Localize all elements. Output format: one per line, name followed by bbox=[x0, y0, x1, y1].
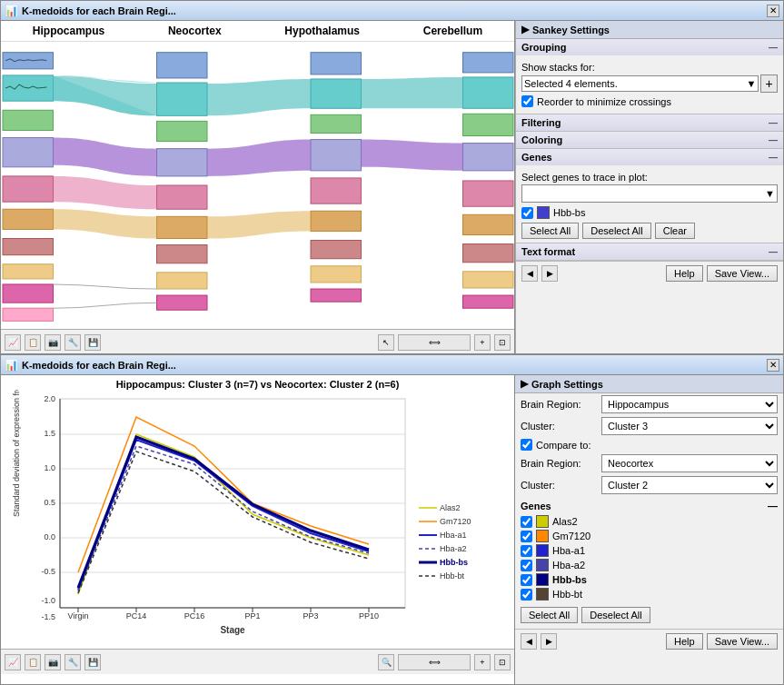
chart-toolbar-copy[interactable]: 📷 bbox=[45, 654, 61, 670]
graph-settings-title: ▶ Graph Settings bbox=[515, 375, 783, 393]
toolbar-icon-table[interactable]: 📋 bbox=[25, 334, 41, 351]
svg-rect-12 bbox=[157, 121, 207, 141]
add-stacks-button[interactable]: + bbox=[760, 74, 778, 93]
svg-rect-23 bbox=[311, 178, 361, 204]
gene-check-alas2[interactable] bbox=[521, 516, 532, 528]
graph-help-button[interactable]: Help bbox=[666, 633, 703, 650]
toolbar-icon-fit[interactable]: ⊡ bbox=[494, 334, 511, 351]
chart-zoom-in[interactable]: 🔍 bbox=[378, 654, 394, 670]
save-view-button[interactable]: Save View... bbox=[707, 265, 778, 282]
genes-search-input[interactable]: ▼ bbox=[521, 184, 778, 203]
bottom-window-icon: 📊 bbox=[5, 359, 18, 372]
sankey-header-cerebellum: Cerebellum bbox=[423, 25, 482, 37]
deselect-all-bottom-button[interactable]: Deselect All bbox=[581, 607, 650, 623]
svg-text:Gm7120: Gm7120 bbox=[440, 517, 471, 526]
bottom-window-close[interactable]: ✕ bbox=[767, 359, 779, 372]
compare-to-checkbox[interactable] bbox=[521, 439, 532, 451]
gene-check-gm7120[interactable] bbox=[521, 531, 532, 542]
filtering-collapse: — bbox=[769, 118, 778, 128]
svg-rect-2 bbox=[3, 110, 53, 130]
gene-row-hbb-bs: Hbb-bs bbox=[521, 572, 778, 587]
toolbar-icon-settings2[interactable]: 🔧 bbox=[65, 334, 81, 351]
grouping-collapse: — bbox=[769, 43, 778, 53]
svg-rect-7 bbox=[3, 264, 53, 279]
toolbar-icon-chart[interactable]: 📈 bbox=[5, 334, 21, 351]
gene-color-gm7120 bbox=[536, 530, 549, 542]
brain-region-select[interactable]: Hippocampus Neocortex Hypothalamus Cereb… bbox=[601, 395, 778, 413]
svg-rect-10 bbox=[157, 53, 207, 78]
chart-toolbar-export[interactable]: 💾 bbox=[84, 654, 101, 670]
chart-zoom-slider[interactable]: ⟺ bbox=[398, 654, 471, 670]
genes-collapse: — bbox=[769, 153, 778, 163]
chart-fit[interactable]: ⊡ bbox=[494, 654, 511, 670]
gene-row-hba-a1: Hba-a1 bbox=[521, 543, 778, 558]
chart-zoom-plus[interactable]: + bbox=[474, 654, 491, 670]
gene-name-hba-a1: Hba-a1 bbox=[552, 545, 585, 556]
hbb-bs-name: Hbb-bs bbox=[553, 207, 585, 218]
brain-region2-select[interactable]: Neocortex Hippocampus Hypothalamus Cereb… bbox=[601, 454, 778, 472]
text-format-label: Text format bbox=[521, 246, 575, 257]
brain-region2-label: Brain Region: bbox=[521, 458, 598, 469]
stacks-dropdown[interactable]: Selected 4 elements. ▼ bbox=[521, 75, 759, 92]
svg-rect-24 bbox=[311, 211, 361, 231]
reorder-checkbox[interactable] bbox=[521, 95, 533, 107]
top-window-close[interactable]: ✕ bbox=[767, 5, 779, 17]
genes-collapse-bottom: — bbox=[768, 501, 778, 511]
graph-save-view-button[interactable]: Save View... bbox=[707, 633, 778, 650]
chart-toolbar-chart[interactable]: 📈 bbox=[5, 654, 21, 670]
gene-name-gm7120: Gm7120 bbox=[552, 531, 590, 541]
dropdown-arrow: ▼ bbox=[746, 78, 756, 89]
svg-rect-21 bbox=[311, 114, 361, 133]
genes-section: Genes — Select genes to trace in plot: ▼ bbox=[516, 149, 783, 243]
panel-left-btn2[interactable]: ▶ bbox=[541, 265, 558, 282]
genes-section-header[interactable]: Genes — bbox=[516, 149, 783, 165]
svg-text:Virgin: Virgin bbox=[68, 611, 89, 620]
grouping-header[interactable]: Grouping — bbox=[516, 39, 783, 55]
toolbar-icon-export[interactable]: 💾 bbox=[84, 334, 101, 351]
chart-toolbar: 📈 📋 📷 🔧 💾 🔍 ⟺ + ⊡ bbox=[1, 649, 514, 674]
chart-toolbar-table[interactable]: 📋 bbox=[25, 654, 41, 670]
panel-left-btn1[interactable]: ◀ bbox=[521, 265, 538, 282]
clear-button[interactable]: Clear bbox=[655, 223, 695, 239]
svg-text:-0.5: -0.5 bbox=[41, 567, 55, 576]
chart-toolbar-settings[interactable]: 🔧 bbox=[65, 654, 81, 670]
svg-text:PP10: PP10 bbox=[359, 611, 379, 620]
filtering-header[interactable]: Filtering — bbox=[516, 114, 783, 131]
toolbar-icon-select[interactable]: ↖ bbox=[378, 334, 394, 351]
svg-rect-34 bbox=[463, 244, 513, 263]
sankey-toolbar: 📈 📋 📷 🔧 💾 ↖ ⟺ + ⊡ bbox=[1, 329, 514, 353]
svg-rect-26 bbox=[311, 266, 361, 283]
select-all-bottom-button[interactable]: Select All bbox=[521, 607, 578, 623]
gene-check-hba-a1[interactable] bbox=[521, 545, 532, 557]
gene-check-hbb-bs[interactable] bbox=[521, 574, 532, 586]
gene-row-gm7120: Gm7120 bbox=[521, 529, 778, 543]
cluster-select[interactable]: Cluster 3 Cluster 1 Cluster 2 bbox=[601, 417, 778, 435]
svg-rect-13 bbox=[157, 149, 207, 176]
help-button[interactable]: Help bbox=[666, 265, 703, 282]
coloring-header[interactable]: Coloring — bbox=[516, 132, 783, 148]
select-all-button[interactable]: Select All bbox=[521, 223, 579, 239]
svg-text:PP3: PP3 bbox=[303, 611, 318, 620]
gene-check-hba-a2[interactable] bbox=[521, 560, 532, 571]
sankey-header-hypothalamus: Hypothalamus bbox=[284, 25, 360, 37]
gene-check-hbb-bt[interactable] bbox=[521, 589, 532, 601]
sankey-help-save: ◀ ▶ Help Save View... bbox=[516, 261, 783, 285]
svg-text:PP1: PP1 bbox=[244, 611, 260, 620]
toolbar-icon-copy[interactable]: 📷 bbox=[45, 334, 61, 351]
svg-text:0.5: 0.5 bbox=[44, 498, 55, 507]
svg-rect-35 bbox=[463, 272, 513, 288]
hbb-bs-checkbox[interactable] bbox=[521, 207, 533, 219]
toolbar-icon-zoom-slider[interactable]: ⟺ bbox=[398, 334, 471, 351]
text-format-header[interactable]: Text format — bbox=[516, 243, 783, 260]
svg-rect-19 bbox=[311, 53, 361, 74]
graph-panel-btn1[interactable]: ◀ bbox=[521, 633, 537, 650]
toolbar-icon-plus[interactable]: + bbox=[474, 334, 491, 351]
text-format-section: Text format — bbox=[516, 243, 783, 261]
bottom-window: 📊 K-medoids for each Brain Regi... ✕ Hip… bbox=[0, 354, 784, 685]
sankey-settings-panel: ▶ Sankey Settings Grouping — Show stacks… bbox=[515, 21, 783, 353]
coloring-section: Coloring — bbox=[516, 132, 783, 149]
svg-text:PC16: PC16 bbox=[184, 611, 205, 620]
cluster2-select[interactable]: Cluster 2 Cluster 1 Cluster 3 bbox=[601, 476, 778, 494]
deselect-all-button[interactable]: Deselect All bbox=[582, 223, 650, 239]
graph-panel-btn2[interactable]: ▶ bbox=[541, 633, 557, 650]
